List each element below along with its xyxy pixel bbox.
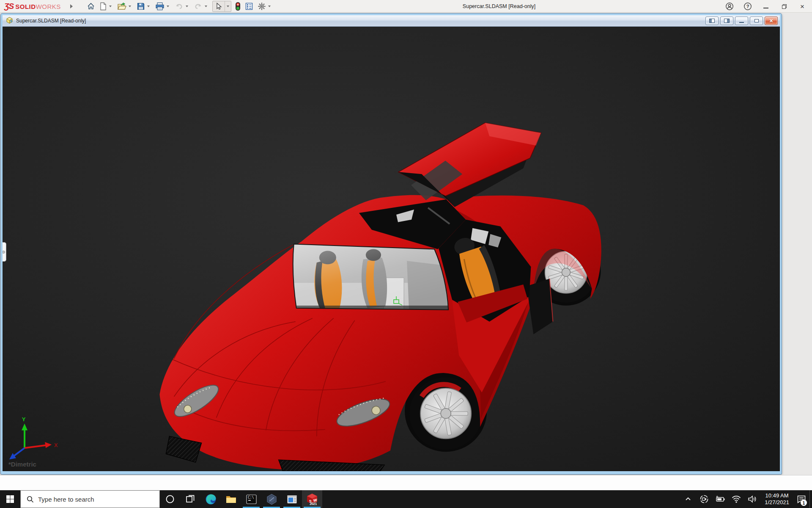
collapse-tab-dot-icon bbox=[3, 251, 5, 254]
account-button[interactable] bbox=[725, 2, 734, 11]
help-button[interactable]: ? bbox=[743, 2, 752, 11]
supercar-3d-model[interactable]: Y X *Dimetric bbox=[3, 27, 780, 471]
svg-text:?: ? bbox=[746, 4, 749, 9]
graphics-viewport[interactable]: Y X *Dimetric bbox=[3, 27, 780, 471]
front-wheel[interactable] bbox=[409, 377, 482, 450]
tray-chevron-button[interactable] bbox=[680, 490, 696, 508]
triad-y-label: Y bbox=[22, 416, 26, 422]
solidworks-logo-mark: ƷS bbox=[4, 2, 14, 11]
wifi-button[interactable] bbox=[728, 490, 744, 508]
taskbar-app-command-prompt[interactable]: C:\ bbox=[241, 490, 261, 508]
task-list-button[interactable] bbox=[243, 1, 255, 12]
meet-now-button[interactable] bbox=[696, 490, 712, 508]
save-dropdown-icon[interactable] bbox=[147, 6, 150, 7]
taskbar-search[interactable] bbox=[20, 490, 160, 508]
taskbar-app-window[interactable] bbox=[282, 490, 302, 508]
file-explorer-icon bbox=[225, 494, 237, 505]
gear-icon bbox=[258, 2, 266, 11]
taskbar-app-file-explorer[interactable] bbox=[221, 490, 241, 508]
chevron-down-icon bbox=[227, 6, 229, 7]
menu-flyout-arrow-icon[interactable] bbox=[70, 4, 73, 8]
new-document-dropdown-icon[interactable] bbox=[109, 6, 112, 7]
new-document-icon bbox=[99, 2, 107, 11]
solidworks-year-label: 2021 bbox=[310, 502, 317, 506]
command-prompt-icon: C:\ bbox=[246, 494, 257, 505]
doc-restore-button[interactable] bbox=[750, 17, 763, 25]
action-center-button[interactable]: 1 bbox=[793, 490, 809, 508]
print-button[interactable] bbox=[153, 1, 173, 12]
redo-button[interactable] bbox=[192, 1, 211, 12]
document-titlebar[interactable]: Supercar.SLDASM [Read-only] × bbox=[3, 15, 780, 27]
hexagon-app-icon bbox=[266, 494, 277, 505]
clock-date: 1/27/2021 bbox=[765, 499, 789, 506]
solidworks-logo: ƷS SOLID WORKS bbox=[4, 2, 61, 11]
edge-icon bbox=[205, 494, 217, 505]
open-button[interactable] bbox=[115, 1, 134, 12]
clock-time: 10:49 AM bbox=[765, 492, 789, 499]
document-window: Supercar.SLDASM [Read-only] × bbox=[1, 14, 782, 474]
pane-right-button[interactable] bbox=[720, 17, 733, 25]
battery-button[interactable] bbox=[712, 490, 728, 508]
doc-close-icon: × bbox=[769, 18, 773, 24]
pane-left-button[interactable] bbox=[705, 17, 719, 25]
taskbar-clock[interactable]: 10:49 AM 1/27/2021 bbox=[760, 490, 793, 508]
open-dropdown-icon[interactable] bbox=[129, 6, 131, 7]
doc-minimize-button[interactable] bbox=[735, 17, 748, 25]
options-dropdown-icon[interactable] bbox=[268, 6, 271, 7]
options-button[interactable] bbox=[255, 1, 274, 12]
close-button[interactable]: × bbox=[798, 2, 807, 11]
taskbar-app-solidworks[interactable]: S W 2021 bbox=[302, 490, 322, 508]
triad-x-label: X bbox=[54, 442, 58, 448]
start-button[interactable] bbox=[0, 490, 20, 508]
windows-taskbar: C:\ S W bbox=[0, 490, 812, 508]
task-view-icon bbox=[185, 494, 195, 504]
save-button[interactable] bbox=[134, 1, 153, 12]
task-view-button[interactable] bbox=[180, 490, 200, 508]
select-tool-button[interactable] bbox=[212, 1, 231, 12]
cortana-button[interactable] bbox=[160, 490, 180, 508]
taskbar-app-edge[interactable] bbox=[200, 490, 221, 508]
app-window-controls: ? × bbox=[725, 0, 807, 13]
new-document-button[interactable] bbox=[97, 1, 115, 12]
select-arrow-icon[interactable] bbox=[213, 1, 225, 11]
taskbar-app-hexagon[interactable] bbox=[261, 490, 282, 508]
account-icon bbox=[725, 2, 734, 11]
notification-badge: 1 bbox=[801, 500, 807, 506]
battery-charging-icon bbox=[715, 494, 725, 504]
meet-now-camera-icon bbox=[700, 494, 709, 504]
doc-restore-icon bbox=[754, 19, 759, 22]
window-app-icon bbox=[286, 494, 298, 505]
select-dropdown-icon[interactable] bbox=[225, 1, 231, 11]
home-button[interactable] bbox=[85, 1, 97, 12]
redo-dropdown-icon[interactable] bbox=[205, 6, 207, 7]
document-title: Supercar.SLDASM [Read-only] bbox=[16, 18, 86, 24]
cursor-arrow-icon bbox=[215, 3, 222, 10]
windshield bbox=[292, 244, 450, 310]
svg-text:C:\: C:\ bbox=[248, 496, 254, 500]
doc-close-button[interactable]: × bbox=[765, 17, 778, 25]
volume-button[interactable] bbox=[744, 490, 760, 508]
system-tray: 10:49 AM 1/27/2021 1 bbox=[680, 490, 812, 508]
help-icon: ? bbox=[743, 2, 752, 11]
undo-button[interactable] bbox=[173, 1, 192, 12]
presence-traffic-light-icon bbox=[235, 2, 241, 11]
restore-button[interactable] bbox=[779, 2, 789, 11]
featuremanager-collapse-tab[interactable] bbox=[3, 242, 6, 262]
minimize-button[interactable] bbox=[761, 2, 771, 11]
windows-logo-icon bbox=[6, 495, 14, 503]
print-dropdown-icon[interactable] bbox=[167, 6, 169, 7]
search-input[interactable] bbox=[38, 496, 148, 503]
sign-in-status-button[interactable] bbox=[233, 1, 243, 12]
close-icon: × bbox=[800, 3, 804, 10]
home-icon bbox=[87, 2, 95, 11]
open-folder-icon bbox=[117, 2, 126, 11]
solidworks-logo-works: WORKS bbox=[36, 3, 61, 10]
show-desktop-button[interactable] bbox=[809, 490, 812, 508]
pane-right-icon bbox=[724, 19, 730, 23]
mdi-client-area: Supercar.SLDASM [Read-only] × bbox=[0, 13, 812, 475]
solidworks-logo-solid: SOLID bbox=[15, 3, 36, 10]
undo-dropdown-icon[interactable] bbox=[186, 6, 188, 7]
view-orientation-label: *Dimetric bbox=[8, 461, 36, 468]
solidworks-2021-icon: S W 2021 bbox=[306, 493, 318, 505]
save-icon bbox=[137, 2, 145, 11]
